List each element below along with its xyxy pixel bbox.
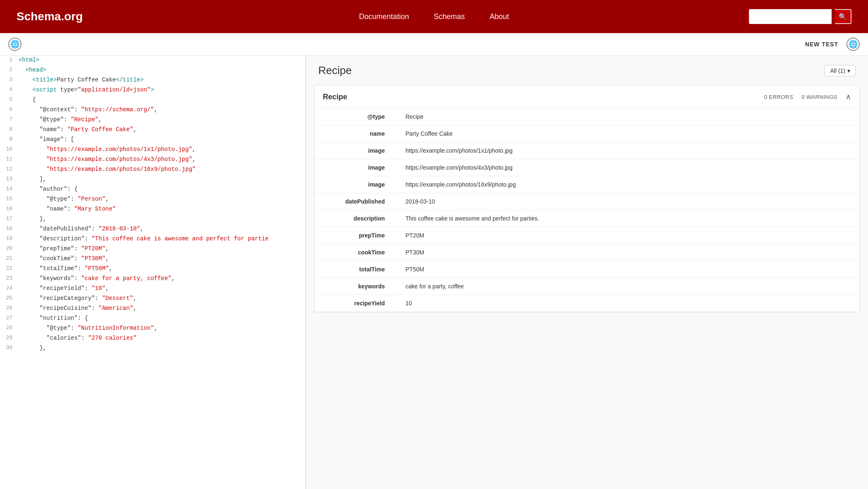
line-number: 20: [0, 244, 19, 252]
globe-icon-left[interactable]: 🌐: [8, 38, 21, 51]
results-header: Recipe All (1) ▾: [306, 56, 868, 85]
line-number: 4: [0, 86, 19, 93]
line-number: 25: [0, 294, 19, 301]
site-header: Schema.org Documentation Schemas About 🔍: [0, 0, 868, 33]
line-number: 2: [0, 66, 19, 73]
code-line: 7 "@type": "Recipe",: [0, 115, 305, 125]
line-number: 16: [0, 205, 19, 212]
warnings-count: 0 WARNINGS: [801, 94, 837, 100]
table-key: totalTime: [315, 261, 397, 278]
table-value: PT30M: [397, 244, 859, 261]
line-number: 5: [0, 96, 19, 103]
line-content: },: [19, 344, 305, 351]
code-line: 20 "prepTime": "PT20M",: [0, 244, 305, 254]
line-number: 26: [0, 304, 19, 311]
line-content: "recipeCategory": "Dessert",: [19, 294, 305, 302]
table-row: imagehttps://example.com/photos/1x1/phot…: [315, 142, 859, 159]
code-line: 30 },: [0, 344, 305, 354]
line-content: {: [19, 96, 305, 103]
line-number: 15: [0, 195, 19, 202]
table-value: https://example.com/photos/4x3/photo.jpg: [397, 159, 859, 176]
line-content: "datePublished": "2018-03-10",: [19, 225, 305, 232]
table-row: imagehttps://example.com/photos/4x3/phot…: [315, 159, 859, 176]
table-key: datePublished: [315, 193, 397, 210]
line-content: "@type": "Recipe",: [19, 115, 305, 123]
code-line: 24 "recipeYield": "10",: [0, 284, 305, 294]
new-test-button[interactable]: NEW TEST: [805, 41, 838, 48]
code-line: 21 "cookTime": "PT30M",: [0, 254, 305, 264]
code-line: 17 },: [0, 215, 305, 225]
table-value: https://example.com/photos/16x9/photo.jp…: [397, 176, 859, 193]
search-icon: 🔍: [839, 13, 847, 20]
table-row: recipeYield10: [315, 295, 859, 312]
line-content: "https://example.com/photos/16x9/photo.j…: [19, 165, 305, 173]
recipe-card-title: Recipe: [323, 93, 347, 101]
line-number: 12: [0, 165, 19, 172]
toolbar-right: NEW TEST 🌐: [805, 38, 860, 51]
site-logo[interactable]: Schema.org: [17, 10, 225, 23]
nav-schemas[interactable]: Schemas: [434, 12, 465, 21]
nav-about[interactable]: About: [490, 12, 509, 21]
code-line: 1<html>: [0, 56, 305, 66]
code-line: 29 "calories": "270 calories": [0, 334, 305, 344]
line-number: 28: [0, 324, 19, 331]
code-line: 2 <head>: [0, 66, 305, 76]
line-number: 27: [0, 314, 19, 321]
table-key: image: [315, 142, 397, 159]
toolbar-left: 🌐: [8, 38, 21, 51]
code-line: 23 "keywords": "cake for a party, coffee…: [0, 274, 305, 284]
chevron-down-icon: ▾: [847, 67, 850, 74]
table-key: @type: [315, 108, 397, 125]
table-value: https://example.com/photos/1x1/photo.jpg: [397, 142, 859, 159]
line-content: "name": "Mary Stone": [19, 205, 305, 212]
line-content: <script type="application/ld+json">: [19, 86, 305, 93]
search-input[interactable]: [749, 9, 832, 24]
table-value: Recipe: [397, 108, 859, 125]
main-content: 1<html>2 <head>3 <title>Party Coffee Cak…: [0, 56, 868, 489]
main-nav: Documentation Schemas About: [225, 12, 643, 21]
line-content: "nutrition": {: [19, 314, 305, 321]
line-number: 23: [0, 274, 19, 281]
table-row: cookTimePT30M: [315, 244, 859, 261]
table-value: 10: [397, 295, 859, 312]
code-line: 25 "recipeCategory": "Dessert",: [0, 294, 305, 304]
table-value: PT50M: [397, 261, 859, 278]
table-value: This coffee cake is awesome and perfect …: [397, 210, 859, 227]
nav-documentation[interactable]: Documentation: [359, 12, 409, 21]
code-panel[interactable]: 1<html>2 <head>3 <title>Party Coffee Cak…: [0, 56, 306, 489]
code-line: 5 {: [0, 96, 305, 105]
line-number: 17: [0, 215, 19, 222]
code-line: 13 ],: [0, 175, 305, 185]
line-content: "https://example.com/photos/1x1/photo.jp…: [19, 145, 305, 153]
search-button[interactable]: 🔍: [835, 9, 851, 24]
code-line: 6 "@context": "https://schema.org/",: [0, 105, 305, 115]
line-number: 1: [0, 56, 19, 63]
line-number: 22: [0, 264, 19, 271]
table-row: @typeRecipe: [315, 108, 859, 125]
code-line: 8 "name": "Party Coffee Cake",: [0, 125, 305, 135]
line-number: 29: [0, 334, 19, 341]
collapse-button[interactable]: ∧: [846, 92, 851, 101]
table-key: image: [315, 159, 397, 176]
table-row: imagehttps://example.com/photos/16x9/pho…: [315, 176, 859, 193]
line-content: "name": "Party Coffee Cake",: [19, 125, 305, 133]
line-content: <head>: [19, 66, 305, 73]
code-line: 18 "datePublished": "2018-03-10",: [0, 225, 305, 235]
line-number: 24: [0, 284, 19, 291]
globe-icon-right[interactable]: 🌐: [847, 38, 860, 51]
line-number: 8: [0, 125, 19, 132]
table-value: PT20M: [397, 227, 859, 244]
line-content: "https://example.com/photos/4x3/photo.jp…: [19, 155, 305, 163]
results-title: Recipe: [318, 64, 352, 77]
line-content: "calories": "270 calories": [19, 334, 305, 341]
table-row: totalTimePT50M: [315, 261, 859, 278]
table-key: cookTime: [315, 244, 397, 261]
table-key: prepTime: [315, 227, 397, 244]
line-number: 9: [0, 135, 19, 142]
results-filter-dropdown[interactable]: All (1) ▾: [825, 65, 856, 77]
table-value: 2018-03-10: [397, 193, 859, 210]
table-row: keywordscake for a party, coffee: [315, 278, 859, 295]
line-number: 3: [0, 76, 19, 83]
code-line: 14 "author": {: [0, 185, 305, 195]
data-table: @typeRecipenameParty Coffee Cakeimagehtt…: [315, 108, 859, 312]
